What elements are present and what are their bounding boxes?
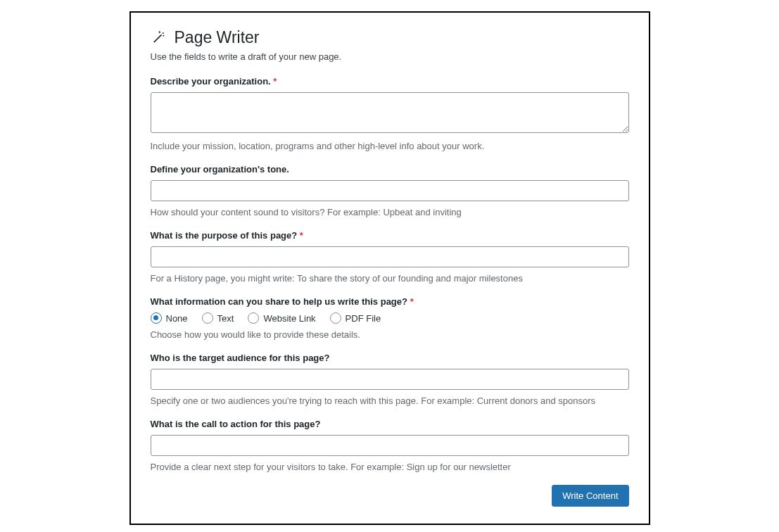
audience-help: Specify one or two audiences you're tryi… (151, 395, 629, 406)
info-radio-text-input[interactable] (202, 312, 213, 324)
describe-label: Describe your organization. * (151, 76, 629, 87)
cta-input[interactable] (151, 435, 629, 456)
info-radio-text[interactable]: Text (202, 312, 234, 324)
info-radio-none-input[interactable] (151, 312, 162, 324)
cta-help: Provide a clear next step for your visit… (151, 462, 629, 472)
describe-help: Include your mission, location, programs… (151, 141, 629, 151)
tone-input[interactable] (151, 180, 629, 201)
purpose-label: What is the purpose of this page? * (151, 230, 629, 241)
required-marker: * (273, 76, 277, 87)
tone-help: How should your content sound to visitor… (151, 207, 629, 217)
field-audience: Who is the target audience for this page… (151, 353, 629, 406)
info-radio-pdf-input[interactable] (330, 312, 341, 324)
page-title: Page Writer (175, 28, 260, 47)
info-radio-none[interactable]: None (151, 312, 188, 324)
info-label: What information can you share to help u… (151, 296, 629, 307)
audience-label: Who is the target audience for this page… (151, 353, 629, 363)
wand-icon (151, 29, 166, 46)
write-content-button[interactable]: Write Content (552, 485, 628, 507)
field-tone: Define your organization's tone. How sho… (151, 164, 629, 217)
field-info-source: What information can you share to help u… (151, 296, 629, 340)
info-help: Choose how you would like to provide the… (151, 329, 629, 340)
page-subtitle: Use the fields to write a draft of your … (151, 51, 629, 62)
purpose-help: For a History page, you might write: To … (151, 273, 629, 284)
field-describe-organization: Describe your organization. * Include yo… (151, 76, 629, 151)
audience-input[interactable] (151, 369, 629, 390)
info-radio-pdf[interactable]: PDF File (330, 312, 381, 324)
info-radio-group: None Text Website Link PDF File (151, 312, 629, 324)
describe-organization-textarea[interactable] (151, 92, 629, 133)
form-actions: Write Content (151, 485, 629, 507)
page-header: Page Writer (151, 28, 629, 47)
required-marker: * (300, 230, 303, 241)
required-marker: * (410, 296, 414, 307)
info-radio-link-input[interactable] (248, 312, 259, 324)
info-radio-link[interactable]: Website Link (248, 312, 315, 324)
tone-label: Define your organization's tone. (151, 164, 629, 175)
field-purpose: What is the purpose of this page? * For … (151, 230, 629, 284)
page-writer-panel: Page Writer Use the fields to write a dr… (129, 11, 650, 525)
field-cta: What is the call to action for this page… (151, 419, 629, 472)
cta-label: What is the call to action for this page… (151, 419, 629, 429)
purpose-input[interactable] (151, 246, 629, 267)
